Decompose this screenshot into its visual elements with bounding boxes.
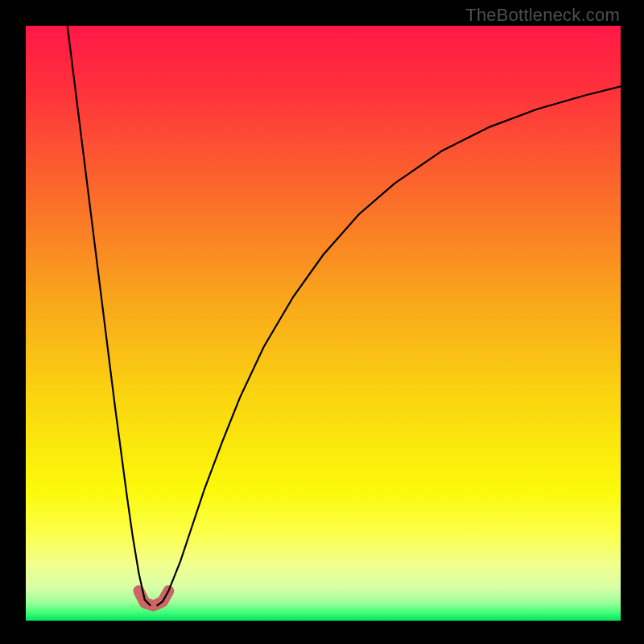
curve-left-branch [68, 26, 151, 606]
curve-layer [26, 26, 621, 621]
watermark-text: TheBottleneck.com [465, 5, 620, 26]
chart-frame: TheBottleneck.com [0, 0, 644, 644]
curve-right-branch [157, 86, 621, 605]
plot-area [26, 26, 621, 621]
